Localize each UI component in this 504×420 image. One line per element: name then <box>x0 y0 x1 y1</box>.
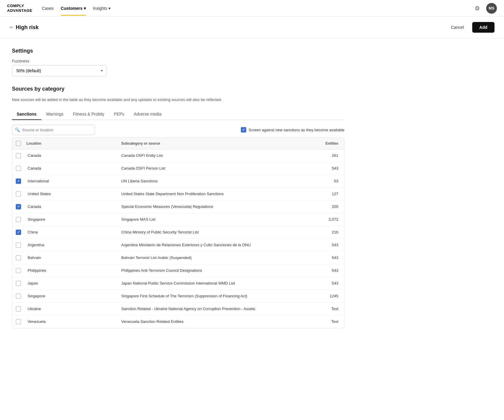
row-location: Canada <box>26 166 121 170</box>
row-source: Singapore MAS List <box>121 217 311 222</box>
row-checkbox[interactable] <box>16 242 21 248</box>
nav-insights[interactable]: Insights ▾ <box>93 6 110 11</box>
row-source: Canada OSFI Entity List <box>121 153 311 158</box>
row-location: Venezuela <box>26 319 121 324</box>
chevron-down-icon: ▾ <box>108 6 110 11</box>
nav-cases[interactable]: Cases <box>42 6 54 11</box>
row-location: Japan <box>26 281 121 285</box>
search-icon: 🔍 <box>15 127 20 132</box>
row-location: Singapore <box>26 217 121 222</box>
row-source: Canada OSFI Person List <box>121 166 311 170</box>
table-row: JapanJapan National Public Service Commi… <box>12 277 344 290</box>
page-header: ✏ High risk Cancel Add <box>0 17 504 38</box>
row-entities: 543 <box>311 255 341 260</box>
row-source: Philippines Anti-Terrorism Council Desig… <box>121 268 311 273</box>
header-checkbox-col <box>16 141 26 146</box>
fuzziness-label: Fuzziness <box>12 59 345 63</box>
table-row: InternationalUN Liberia Sanctions53 <box>12 175 344 188</box>
navbar: COMPLY ADVANTAGE Cases Customers ▾ Insig… <box>0 0 504 17</box>
row-entities: 2,072 <box>311 217 341 222</box>
row-source: China Ministry of Public Security Terror… <box>121 230 311 234</box>
screen-label: Screen against new sanctions as they bec… <box>249 128 345 132</box>
page-title: High risk <box>16 24 39 31</box>
table-row: BahrainBahrain Terrorist List Arabic (Su… <box>12 252 344 264</box>
nav-insights-wrap: Insights ▾ <box>93 6 110 11</box>
screen-check-label[interactable]: Screen against new sanctions as they bec… <box>241 127 345 132</box>
tab-sanctions[interactable]: Sanctions <box>12 109 41 120</box>
settings-icon[interactable]: ⚙ <box>472 3 483 14</box>
row-source: United States State Department Non Proli… <box>121 192 311 196</box>
row-entities: 543 <box>311 281 341 285</box>
row-checkbox[interactable] <box>16 293 21 299</box>
fuzziness-select[interactable]: 50% (default)25%75%100% <box>12 65 107 76</box>
table-row: UkraineSanction Related - Ukraine Nation… <box>12 303 344 315</box>
table-row: VenezuelaVenezuela Sanction Related Enti… <box>12 315 344 328</box>
sources-section: Sources by category New sources will be … <box>12 86 345 328</box>
add-button[interactable]: Add <box>472 22 494 33</box>
controls-row: 🔍 Screen against new sanctions as they b… <box>12 120 345 138</box>
row-checkbox[interactable] <box>16 179 21 184</box>
row-entities: 216 <box>311 230 341 234</box>
row-entities: 53 <box>311 179 341 183</box>
row-checkbox[interactable] <box>16 281 21 286</box>
row-checkbox[interactable] <box>16 166 21 171</box>
avatar[interactable]: MS <box>486 3 497 14</box>
row-checkbox[interactable] <box>16 319 21 324</box>
row-checkbox[interactable] <box>16 217 21 222</box>
select-all-checkbox[interactable] <box>16 141 21 146</box>
table-row: CanadaCanada OSFI Entity List261 <box>12 149 344 162</box>
row-location: Canada <box>26 153 121 158</box>
row-location: Ukraine <box>26 307 121 311</box>
row-entities: Text <box>311 319 341 324</box>
row-source: Special Economic Measures (Venezuela) Re… <box>121 204 311 209</box>
row-source: Sanction Related - Ukraine National Agen… <box>121 307 311 311</box>
table-row: SingaporeSingapore MAS List2,072 <box>12 213 344 226</box>
row-location: Philippines <box>26 268 121 273</box>
pencil-icon: ✏ <box>10 25 13 30</box>
row-location: Argentina <box>26 243 121 247</box>
nav-customers[interactable]: Customers ▾ <box>61 6 86 11</box>
table-row: CanadaCanada OSFI Person List543 <box>12 162 344 175</box>
category-tabs: Sanctions Warnings Fitness & Probity PEP… <box>12 109 345 120</box>
row-checkbox[interactable] <box>16 153 21 158</box>
row-checkbox[interactable] <box>16 191 21 197</box>
row-checkbox[interactable] <box>16 204 21 209</box>
nav-right: ⚙ MS <box>472 3 497 14</box>
table-row: CanadaSpecial Economic Measures (Venezue… <box>12 200 344 213</box>
table-row: ArgentinaArgentina Ministerio de Relacio… <box>12 239 344 252</box>
row-entities: 200 <box>311 204 341 209</box>
sanctions-table: Location Subcategory or source Entities … <box>12 138 345 328</box>
logo: COMPLY ADVANTAGE <box>7 4 32 13</box>
settings-title: Settings <box>12 48 345 54</box>
tab-peps[interactable]: PEPs <box>109 109 129 120</box>
row-entities: 543 <box>311 268 341 273</box>
row-source: Venezuela Sanction Related Entities <box>121 319 311 324</box>
nav-cases-wrap: Cases <box>42 6 54 11</box>
cancel-button[interactable]: Cancel <box>446 23 469 32</box>
header-location: Location <box>26 141 121 146</box>
row-checkbox[interactable] <box>16 230 21 235</box>
header-entities: Entities <box>311 141 341 146</box>
table-header: Location Subcategory or source Entities <box>12 138 344 149</box>
row-entities: 261 <box>311 153 341 158</box>
search-input[interactable] <box>12 125 95 135</box>
tab-adverse[interactable]: Adverse media <box>129 109 166 120</box>
settings-section: Settings Fuzziness 50% (default)25%75%10… <box>12 48 345 76</box>
tab-fitness[interactable]: Fitness & Probity <box>68 109 109 120</box>
row-source: Argentina Ministerio de Relaciones Exter… <box>121 243 311 247</box>
nav-links: Cases Customers ▾ Insights ▾ <box>42 6 462 11</box>
row-source: Bahrain Terrorist List Arabic (Suspended… <box>121 255 311 260</box>
row-entities: 543 <box>311 243 341 247</box>
page-title-wrap: ✏ High risk <box>10 24 39 31</box>
row-entities: 1245 <box>311 294 341 298</box>
search-wrap: 🔍 <box>12 125 95 135</box>
row-checkbox[interactable] <box>16 268 21 273</box>
header-subcategory: Subcategory or source <box>121 141 311 146</box>
tab-warnings[interactable]: Warnings <box>41 109 68 120</box>
row-checkbox[interactable] <box>16 255 21 260</box>
chevron-down-icon: ▾ <box>84 6 86 11</box>
screen-checkbox[interactable] <box>241 127 246 132</box>
table-row: ChinaChina Ministry of Public Security T… <box>12 226 344 239</box>
row-checkbox[interactable] <box>16 306 21 312</box>
row-location: Bahrain <box>26 255 121 260</box>
